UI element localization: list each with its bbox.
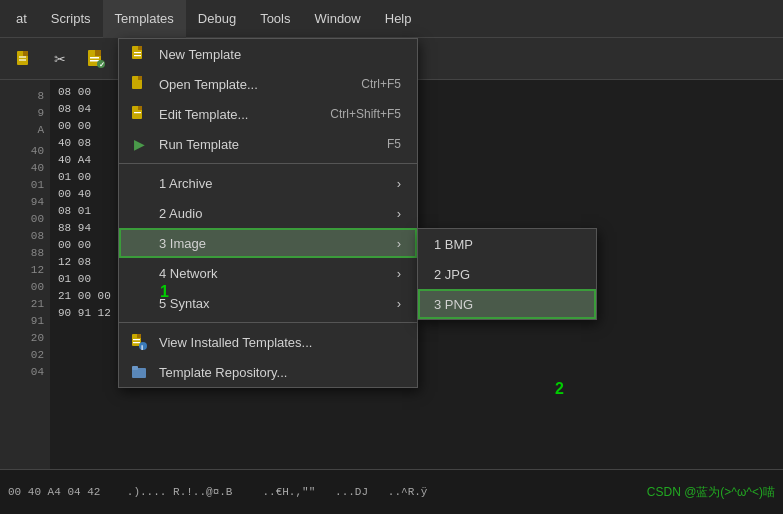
audio-label: 2 Audio [159,206,202,221]
submenu-item-png[interactable]: 3 PNG [418,289,596,319]
svg-rect-19 [138,106,142,110]
svg-rect-15 [134,55,141,56]
image-submenu: 1 BMP 2 JPG 3 PNG [417,228,597,320]
new-template-label: New Template [159,47,241,62]
menu-item-archive[interactable]: 1 Archive › [119,168,417,198]
open-template-icon [127,75,151,93]
new-template-icon [127,45,151,63]
network-label: 4 Network [159,266,218,281]
view-installed-label: View Installed Templates... [159,335,312,350]
menu-item-syntax[interactable]: 5 Syntax › [119,288,417,318]
network-arrow: › [397,266,401,281]
svg-rect-17 [138,76,142,80]
menu-item-run-template[interactable]: ▶ Run Template F5 [119,129,417,159]
menu-item-template-repo[interactable]: Template Repository... [119,357,417,387]
run-template-label: Run Template [159,137,239,152]
menu-item-edit-template[interactable]: Edit Template... Ctrl+Shift+F5 [119,99,417,129]
menu-item-audio[interactable]: 2 Audio › [119,198,417,228]
svg-rect-20 [134,112,141,113]
svg-rect-28 [132,366,138,370]
edit-template-icon [127,105,151,123]
svg-rect-22 [137,334,141,338]
submenu-item-jpg[interactable]: 2 JPG [418,259,596,289]
template-repo-label: Template Repository... [159,365,287,380]
svg-rect-24 [133,342,140,343]
menu-item-network[interactable]: 4 Network › [119,258,417,288]
bmp-label: 1 BMP [434,237,473,252]
submenu-item-bmp[interactable]: 1 BMP [418,229,596,259]
svg-text:i: i [141,343,143,351]
archive-label: 1 Archive [159,176,212,191]
audio-arrow: › [397,206,401,221]
syntax-label: 5 Syntax [159,296,210,311]
annotation-label-2: 2 [555,380,564,398]
png-label: 3 PNG [434,297,473,312]
templates-dropdown-menu: New Template Open Template... Ctrl+F5 [118,38,418,388]
svg-rect-14 [134,52,141,53]
run-template-icon: ▶ [127,136,151,152]
menu-item-new-template[interactable]: New Template [119,39,417,69]
edit-template-label: Edit Template... [159,107,248,122]
separator-1 [119,163,417,164]
open-template-label: Open Template... [159,77,258,92]
menu-item-open-template[interactable]: Open Template... Ctrl+F5 [119,69,417,99]
view-installed-icon: i [127,333,151,351]
archive-arrow: › [397,176,401,191]
svg-rect-23 [133,339,140,340]
svg-rect-13 [138,46,142,50]
separator-2 [119,322,417,323]
template-repo-icon [127,363,151,381]
jpg-label: 2 JPG [434,267,470,282]
open-template-shortcut: Ctrl+F5 [361,77,401,91]
edit-template-shortcut: Ctrl+Shift+F5 [330,107,401,121]
image-label: 3 Image [159,236,206,251]
menu-item-view-installed[interactable]: i View Installed Templates... [119,327,417,357]
menu-item-image[interactable]: 3 Image › 1 BMP 2 JPG 3 PNG [119,228,417,258]
syntax-arrow: › [397,296,401,311]
run-template-shortcut: F5 [387,137,401,151]
dropdown-overlay: New Template Open Template... Ctrl+F5 [0,0,783,514]
image-arrow: › [397,236,401,251]
